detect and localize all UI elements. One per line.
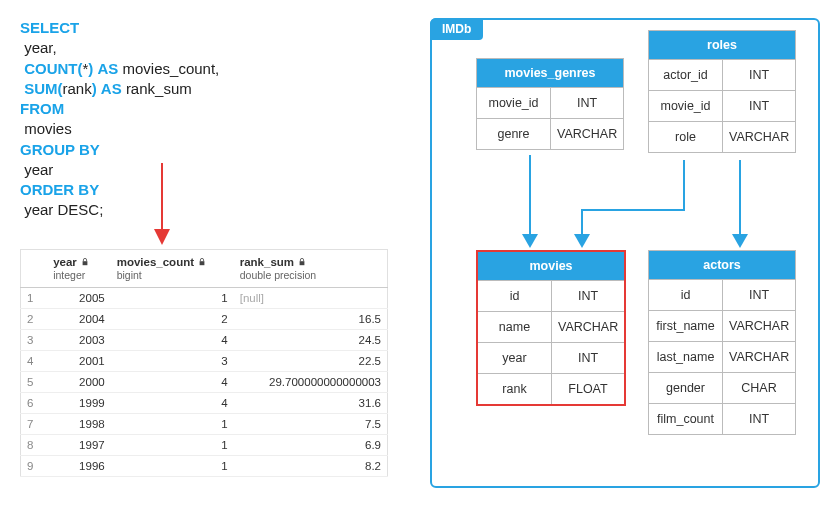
lock-icon: [298, 256, 306, 264]
kw-select: SELECT: [20, 19, 79, 36]
table-actors: actors idINT first_nameVARCHAR last_name…: [648, 250, 796, 435]
table-row: 9199618.2: [21, 455, 388, 476]
result-table: yearinteger movies_countbigint rank_sumd…: [20, 249, 388, 477]
sql-table: movies: [24, 120, 72, 137]
schema-panel: IMDb movies_genres movie_idINT genreVARC…: [430, 18, 820, 488]
svg-rect-3: [300, 261, 305, 265]
svg-rect-1: [82, 261, 87, 265]
lock-icon: [81, 256, 89, 264]
col-idx: [21, 249, 48, 287]
table-row: 7199817.5: [21, 413, 388, 434]
table-row: 22004216.5: [21, 308, 388, 329]
right-column: IMDb movies_genres movie_idINT genreVARC…: [430, 18, 820, 488]
kw-count: COUNT(: [24, 60, 82, 77]
table-row: 32003424.5: [21, 329, 388, 350]
table-movies: movies idINT nameVARCHAR yearINT rankFLO…: [476, 250, 626, 406]
page-root: SELECT year, COUNT(*) AS movies_count, S…: [20, 18, 820, 488]
kw-as: AS: [98, 60, 119, 77]
arrow-down-icon: [150, 161, 180, 249]
kw-from: FROM: [20, 100, 64, 117]
result-body: 120051[null]22004216.532003424.542001322…: [21, 287, 388, 476]
table-row: 61999431.6: [21, 392, 388, 413]
svg-rect-2: [200, 261, 205, 265]
table-row: 120051[null]: [21, 287, 388, 308]
sql-query: SELECT year, COUNT(*) AS movies_count, S…: [20, 18, 390, 221]
kw-group-by: GROUP BY: [20, 141, 100, 158]
col-movies-count: movies_countbigint: [111, 249, 234, 287]
sql-field-year: year,: [24, 39, 57, 56]
left-column: SELECT year, COUNT(*) AS movies_count, S…: [20, 18, 390, 488]
table-roles: roles actor_idINT movie_idINT roleVARCHA…: [648, 30, 796, 153]
schema-title: IMDb: [430, 18, 483, 40]
table-movies-genres: movies_genres movie_idINT genreVARCHAR: [476, 58, 624, 150]
col-year: yearinteger: [47, 249, 111, 287]
kw-sum: SUM(: [24, 80, 62, 97]
lock-icon: [198, 256, 206, 264]
kw-order-by: ORDER BY: [20, 181, 99, 198]
table-row: 42001322.5: [21, 350, 388, 371]
table-row: 52000429.700000000000003: [21, 371, 388, 392]
col-rank-sum: rank_sumdouble precision: [234, 249, 388, 287]
table-row: 8199716.9: [21, 434, 388, 455]
